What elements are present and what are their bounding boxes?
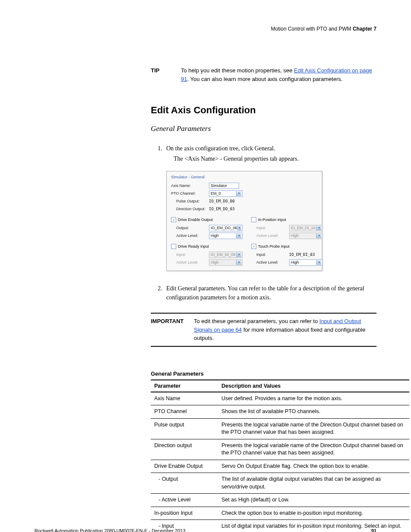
dri-input-label: Input: xyxy=(171,252,209,257)
param-desc: Presents the logical variable name of th… xyxy=(218,418,409,439)
axis-name-label: Axis Name: xyxy=(171,184,209,188)
document-page: Motion Control with PTO and PWM Chapter … xyxy=(0,0,411,532)
ipi-level-label: Active Level: xyxy=(251,233,289,238)
step-1: On the axis configuration tree, click Ge… xyxy=(164,144,377,153)
sub-heading: General Parameters xyxy=(151,124,377,133)
pulse-output-value: IO_EM_DO_00 xyxy=(209,199,235,203)
table-row: In-position InputCheck the option box to… xyxy=(151,507,409,520)
important-label: IMPORTANT xyxy=(151,317,194,342)
axis-config-dialog: Simulator - General Axis Name: Simulator… xyxy=(166,171,322,271)
tpi-level-label: Active Level: xyxy=(251,260,289,264)
param-name: - Active Level xyxy=(151,494,218,507)
section-heading: Edit Axis Configuration xyxy=(151,105,377,116)
step-list-2: Edit General parameters. You can refer t… xyxy=(164,284,377,302)
tip-label: TIP xyxy=(151,66,181,83)
col-parameter: Parameter xyxy=(151,380,218,392)
table-row: Direction outputPresents the logical var… xyxy=(151,439,409,460)
table-row: PTO ChannelShows the list of available P… xyxy=(151,405,409,419)
tip-post: . You can also learn more about axis con… xyxy=(187,76,342,82)
table-row: - OutputThe list of available digital ou… xyxy=(151,473,409,494)
publication-info: Rockwell Automation Publication 2080-UM0… xyxy=(34,528,185,532)
param-desc: The list of available digital output var… xyxy=(218,473,409,494)
header-text: Motion Control with PTO and PWM xyxy=(271,26,353,32)
chapter-label: Chapter 7 xyxy=(353,26,377,32)
ipi-input-dropdown: IO_EM_DI_10▾ xyxy=(289,225,323,231)
param-name: Drive Enable Output xyxy=(151,460,218,473)
table-row: - Active LevelSet as High (default) or L… xyxy=(151,494,409,507)
touch-probe-checkbox[interactable]: ✓ xyxy=(251,244,256,249)
page-footer: Rockwell Automation Publication 2080-UM0… xyxy=(34,528,377,532)
direction-output-label: Direction Output: xyxy=(171,207,209,211)
tip-pre: To help you edit these motion properties… xyxy=(181,67,294,74)
drive-enable-output-group: ✓ Drive Enable Output xyxy=(171,217,243,222)
touch-probe-input-group: ✓ Touch Probe Input xyxy=(251,244,323,249)
important-callout: IMPORTANT To edit these general paramete… xyxy=(151,313,377,347)
ipi-level-dropdown: High▾ xyxy=(289,233,323,239)
dri-input-dropdown: IO_EM_DI_09▾ xyxy=(209,252,243,258)
chevron-down-icon: ▾ xyxy=(316,233,321,238)
param-desc: Shows the list of available PTO channels… xyxy=(218,405,409,419)
col-description: Description and Values xyxy=(218,380,409,392)
param-desc: Set as High (default) or Low. xyxy=(218,494,409,507)
chevron-down-icon: ▾ xyxy=(237,226,241,230)
chevron-down-icon: ▾ xyxy=(316,260,321,265)
step-list: On the axis configuration tree, click Ge… xyxy=(164,144,377,153)
drive-enable-label: Drive Enable Output xyxy=(178,218,213,222)
pulse-output-label: Pulse Output: xyxy=(171,199,209,203)
step-1-text: On the axis configuration tree, click Ge… xyxy=(166,145,275,152)
tip-callout: TIP To help you edit these motion proper… xyxy=(151,66,377,83)
deo-level-label: Active Level: xyxy=(171,233,209,238)
chevron-down-icon: ▾ xyxy=(236,260,241,265)
param-name: Axis Name xyxy=(151,392,218,405)
in-position-input-group: In-Position Input xyxy=(251,217,323,222)
dri-level-label: Active Level: xyxy=(171,260,209,264)
page-number: 91 xyxy=(371,528,377,532)
dialog-title: Simulator - General xyxy=(171,175,318,179)
tip-body: To help you edit these motion properties… xyxy=(181,66,377,83)
in-position-checkbox[interactable] xyxy=(251,217,256,222)
chevron-down-icon: ▾ xyxy=(236,233,241,238)
step-2: Edit General parameters. You can refer t… xyxy=(164,284,377,302)
table-row: Axis NameUser defined. Provides a name f… xyxy=(151,392,409,405)
ipi-input-label: Input: xyxy=(251,226,289,230)
table-row: Pulse outputPresents the logical variabl… xyxy=(151,418,409,439)
dri-level-dropdown: High▾ xyxy=(209,259,243,266)
drive-enable-checkbox[interactable]: ✓ xyxy=(171,217,176,222)
deo-level-dropdown[interactable]: High▾ xyxy=(209,233,243,239)
param-desc: Presents the logical variable name of th… xyxy=(218,439,409,460)
chevron-down-icon: ▾ xyxy=(316,226,321,230)
deo-output-label: Output: xyxy=(171,226,209,230)
drive-ready-checkbox[interactable] xyxy=(171,244,176,249)
running-header: Motion Control with PTO and PWM Chapter … xyxy=(34,26,377,32)
param-name: In-position Input xyxy=(151,507,218,520)
param-name: Pulse output xyxy=(151,418,218,439)
param-desc: Check the option box to enable in-positi… xyxy=(218,507,409,520)
table-row: Drive Enable OutputServo On Output Enabl… xyxy=(151,460,409,473)
important-pre: To edit these general parameters, you ca… xyxy=(194,318,319,324)
general-parameters-table: Parameter Description and Values Axis Na… xyxy=(151,380,409,532)
param-name: - Output xyxy=(151,473,218,494)
tpi-input-value: IO_EM_DI_03 xyxy=(289,252,315,257)
param-name: Direction output xyxy=(151,439,218,460)
important-body: To edit these general parameters, you ca… xyxy=(194,317,377,342)
table-title: General Parameters xyxy=(151,370,377,377)
tpi-input-label: Input: xyxy=(251,252,289,257)
step-2-text: Edit General parameters. You can refer t… xyxy=(166,285,364,301)
direction-output-value: IO_EM_DO_03 xyxy=(209,207,235,211)
in-position-label: In-Position Input xyxy=(258,218,286,222)
param-desc: User defined. Provides a name for the mo… xyxy=(218,392,409,405)
tpi-level-dropdown[interactable]: High▾ xyxy=(289,259,323,266)
deo-output-dropdown[interactable]: IO_EM_DO_06▾ xyxy=(209,225,243,231)
drive-ready-label: Drive Ready Input xyxy=(178,244,209,249)
pto-channel-dropdown[interactable]: EM_0▾ xyxy=(209,190,243,197)
chevron-down-icon: ▾ xyxy=(236,191,241,196)
chevron-down-icon: ▾ xyxy=(236,252,241,257)
step-1-extra: The <Axis Name> - General properties tab… xyxy=(174,156,377,162)
touch-probe-label: Touch Probe Input xyxy=(258,244,290,249)
pto-channel-label: PTO Channel: xyxy=(171,191,209,196)
param-name: PTO Channel xyxy=(151,405,218,419)
axis-name-input[interactable]: Simulator xyxy=(209,183,239,189)
drive-ready-input-group: Drive Ready Input xyxy=(171,244,243,249)
param-desc: Servo On Output Enable flag. Check the o… xyxy=(218,460,409,473)
